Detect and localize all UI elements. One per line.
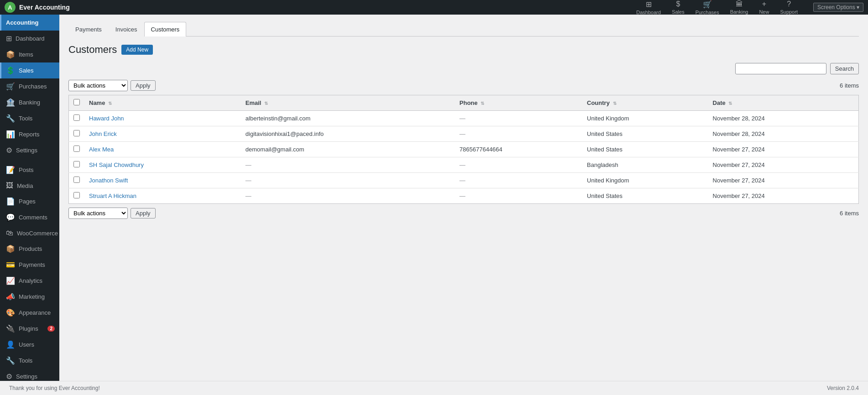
top-nav-support-label: Support bbox=[780, 9, 798, 15]
sidebar-item-tools[interactable]: 🔧 Tools bbox=[0, 110, 59, 126]
bulk-actions-select[interactable]: Bulk actions bbox=[68, 80, 128, 91]
search-input[interactable] bbox=[735, 63, 826, 74]
date-sort-icon: ⇅ bbox=[728, 101, 732, 106]
search-button[interactable]: Search bbox=[830, 63, 859, 74]
brand-name: Ever Accounting bbox=[19, 4, 70, 11]
col-header-country[interactable]: Country ⇅ bbox=[582, 95, 708, 111]
sidebar-item-sales[interactable]: 💲 Sales bbox=[0, 62, 59, 78]
sidebar-item-products[interactable]: 📦 Products bbox=[0, 241, 59, 257]
sidebar-item-wp-tools[interactable]: 🔧 Tools bbox=[0, 353, 59, 369]
row-checkbox-2[interactable] bbox=[73, 146, 80, 152]
sidebar-item-comments[interactable]: 💬 Comments bbox=[0, 209, 59, 225]
sidebar-item-marketing[interactable]: 📣 Marketing bbox=[0, 289, 59, 305]
customer-link-4[interactable]: Jonathon Swift bbox=[89, 177, 128, 184]
col-header-email[interactable]: Email ⇅ bbox=[241, 95, 455, 111]
row-check-4 bbox=[69, 173, 85, 188]
footer: Thank you for using Ever Accounting! Ver… bbox=[0, 381, 868, 395]
top-nav-banking[interactable]: 🏛 Banking bbox=[726, 0, 753, 16]
row-checkbox-0[interactable] bbox=[73, 114, 80, 121]
tab-invoices[interactable]: Invoices bbox=[109, 22, 144, 36]
sidebar-item-products-label: Products bbox=[19, 245, 42, 252]
customer-link-2[interactable]: Alex Mea bbox=[89, 146, 114, 153]
banking-icon: 🏛 bbox=[736, 0, 743, 8]
payments-icon: 💳 bbox=[6, 260, 15, 269]
apply-button-bottom[interactable]: Apply bbox=[131, 208, 156, 218]
row-name-1: John Erick bbox=[84, 126, 241, 142]
add-new-button[interactable]: Add New bbox=[121, 45, 153, 55]
sidebar-item-items[interactable]: 📦 Items bbox=[0, 47, 59, 62]
tools-sidebar-icon: 🔧 bbox=[6, 114, 15, 123]
row-name-4: Jonathon Swift bbox=[84, 173, 241, 188]
sidebar-item-sales-label: Sales bbox=[19, 67, 34, 74]
sales-icon: $ bbox=[676, 0, 680, 8]
sidebar-item-banking[interactable]: 🏦 Banking bbox=[0, 94, 59, 110]
sidebar-item-payments-label: Payments bbox=[19, 261, 45, 268]
sidebar-item-pages[interactable]: 📄 Pages bbox=[0, 193, 59, 209]
plugins-icon: 🔌 bbox=[6, 324, 15, 333]
select-all-checkbox[interactable] bbox=[73, 99, 80, 105]
row-checkbox-5[interactable] bbox=[73, 192, 80, 198]
tab-customers[interactable]: Customers bbox=[144, 22, 187, 36]
table-row: Jonathon Swift — — United Kingdom Novemb… bbox=[69, 173, 859, 188]
customer-link-0[interactable]: Haward John bbox=[89, 115, 124, 122]
top-nav-support[interactable]: ? Support bbox=[775, 0, 802, 16]
row-checkbox-1[interactable] bbox=[73, 130, 80, 136]
row-country-1: United States bbox=[582, 126, 708, 142]
comments-icon: 💬 bbox=[6, 213, 15, 222]
sidebar-item-posts[interactable]: 📝 Posts bbox=[0, 162, 59, 178]
sidebar-item-users[interactable]: 👤 Users bbox=[0, 337, 59, 353]
top-nav-new[interactable]: + New bbox=[754, 0, 774, 16]
footer-thank-you: Thank you for using Ever Accounting! bbox=[9, 385, 100, 391]
toolbar-bottom-left: Bulk actions Apply bbox=[68, 208, 156, 219]
sidebar-item-woocommerce[interactable]: 🛍 WooCommerce bbox=[0, 225, 59, 241]
reports-sidebar-icon: 📊 bbox=[6, 130, 15, 139]
top-nav-sales[interactable]: $ Sales bbox=[667, 0, 689, 16]
users-icon: 👤 bbox=[6, 340, 15, 349]
sidebar-item-payments[interactable]: 💳 Payments bbox=[0, 257, 59, 273]
name-sort-icon: ⇅ bbox=[108, 101, 112, 106]
row-name-3: SH Sajal Chowdhury bbox=[84, 157, 241, 173]
row-checkbox-4[interactable] bbox=[73, 177, 80, 183]
sidebar-item-reports[interactable]: 📊 Reports bbox=[0, 126, 59, 142]
col-header-phone[interactable]: Phone ⇅ bbox=[455, 95, 582, 111]
apply-button-top[interactable]: Apply bbox=[131, 80, 156, 91]
sidebar-item-woocommerce-label: WooCommerce bbox=[17, 230, 58, 237]
tabs: Payments Invoices Customers bbox=[68, 22, 859, 36]
pages-icon: 📄 bbox=[6, 197, 15, 206]
customer-link-3[interactable]: SH Sajal Chowdhury bbox=[89, 161, 144, 168]
sidebar-item-dashboard[interactable]: ⊞ Dashboard bbox=[0, 31, 59, 47]
screen-options-button[interactable]: Screen Options ▾ bbox=[813, 3, 863, 12]
sidebar-item-purchases[interactable]: 🛒 Purchases bbox=[0, 78, 59, 94]
sidebar-item-settings[interactable]: ⚙ Settings bbox=[0, 142, 59, 158]
row-check-2 bbox=[69, 142, 85, 157]
page-title: Customers bbox=[68, 44, 117, 56]
sidebar-item-analytics[interactable]: 📈 Analytics bbox=[0, 273, 59, 289]
sidebar-item-posts-label: Posts bbox=[19, 166, 34, 173]
row-name-2: Alex Mea bbox=[84, 142, 241, 157]
items-count-top: 6 items bbox=[840, 82, 859, 89]
row-checkbox-3[interactable] bbox=[73, 161, 80, 167]
sidebar-item-wp-settings-label: Settings bbox=[16, 373, 37, 380]
row-country-0: United Kingdom bbox=[582, 111, 708, 126]
row-email-1: digitavisionhixai1@paced.info bbox=[241, 126, 455, 142]
bulk-actions-select-bottom[interactable]: Bulk actions bbox=[68, 208, 128, 219]
dashboard-sidebar-icon: ⊞ bbox=[6, 34, 12, 43]
sidebar-item-media[interactable]: 🖼 Media bbox=[0, 178, 59, 193]
row-name-5: Struart A Hickman bbox=[84, 188, 241, 204]
customer-link-5[interactable]: Struart A Hickman bbox=[89, 192, 136, 199]
col-header-name[interactable]: Name ⇅ bbox=[84, 95, 241, 111]
top-nav-sales-label: Sales bbox=[672, 9, 685, 15]
col-header-date[interactable]: Date ⇅ bbox=[708, 95, 859, 111]
tab-payments[interactable]: Payments bbox=[68, 22, 109, 36]
page-header: Customers Add New bbox=[68, 44, 859, 56]
sidebar-item-plugins[interactable]: 🔌 Plugins 2 bbox=[0, 321, 59, 337]
sidebar-item-wp-settings[interactable]: ⚙ Settings bbox=[0, 369, 59, 381]
row-date-5: November 27, 2024 bbox=[708, 188, 859, 204]
settings-sidebar-icon: ⚙ bbox=[6, 146, 12, 155]
row-phone-3: — bbox=[455, 157, 582, 173]
sidebar-item-appearance[interactable]: 🎨 Appearance bbox=[0, 305, 59, 321]
main-content: Payments Invoices Customers Customers Ad… bbox=[59, 15, 868, 381]
customer-link-1[interactable]: John Erick bbox=[89, 130, 117, 137]
row-check-3 bbox=[69, 157, 85, 173]
sidebar-item-dashboard-label: Dashboard bbox=[16, 35, 45, 42]
